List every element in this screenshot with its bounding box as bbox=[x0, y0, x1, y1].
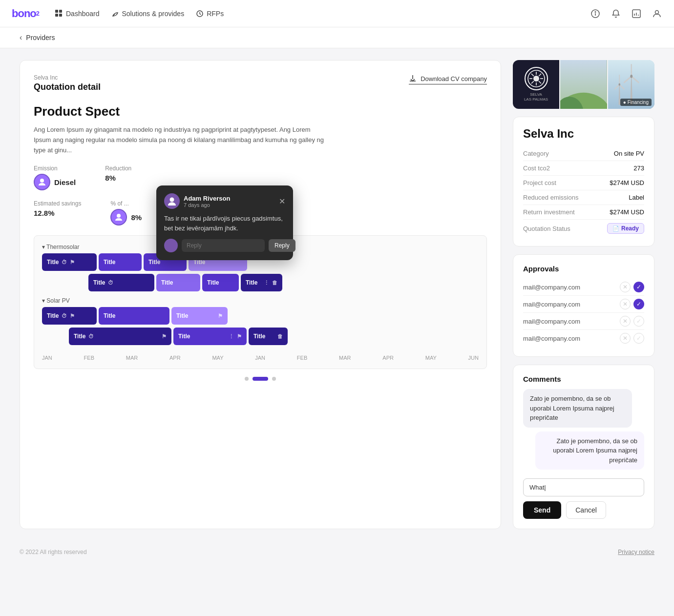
gantt-bar[interactable]: Title 🗑 bbox=[249, 328, 288, 345]
grid-icon bbox=[55, 10, 63, 18]
svg-point-11 bbox=[117, 214, 121, 218]
flag-icon-bar: ⚑ bbox=[70, 313, 75, 319]
clock-icon-bar: ⏱ bbox=[62, 313, 67, 319]
dots-icon: ⋮ bbox=[264, 280, 269, 286]
approval-x-1[interactable]: ✕ bbox=[620, 282, 631, 292]
detail-quotation-status: Quotation Status 📄 Ready bbox=[523, 221, 644, 236]
popup-reply-row: Reply bbox=[164, 239, 285, 252]
gantt-solar-row-1: Title ⏱ ⚑ Title Title ⚑ bbox=[42, 307, 479, 325]
approval-actions-1: ✕ ✓ bbox=[620, 282, 644, 292]
approvals-card: Approvals mail@company.com ✕ ✓ mail@comp… bbox=[513, 254, 654, 357]
popup-user-info: Adam Riverson 7 days ago bbox=[184, 195, 230, 208]
footer: © 2022 All rights reserved Privacy notic… bbox=[0, 541, 674, 563]
product-title: Product Spect bbox=[34, 104, 487, 119]
send-button[interactable]: Send bbox=[523, 501, 561, 519]
popup-reply-input[interactable] bbox=[182, 239, 265, 252]
company-card: Selva Inc Category On site PV Cost tco2 … bbox=[513, 117, 654, 246]
emission-metric: Emission Diesel bbox=[34, 165, 76, 190]
back-button[interactable]: ‹ bbox=[20, 33, 22, 42]
popup-user: Adam Riverson 7 days ago bbox=[164, 193, 230, 209]
nav-rfps[interactable]: RFPs bbox=[196, 10, 224, 18]
pagination bbox=[34, 377, 487, 381]
cancel-button[interactable]: Cancel bbox=[566, 501, 606, 519]
company-logo-circle bbox=[525, 67, 548, 90]
approvals-title: Approvals bbox=[523, 265, 644, 273]
approval-x-4[interactable]: ✕ bbox=[620, 333, 631, 344]
popup-time: 7 days ago bbox=[184, 202, 230, 208]
leaf-icon bbox=[111, 10, 119, 18]
gantt-bar[interactable]: Title ⋮ 🗑 bbox=[241, 274, 282, 291]
approval-check-2[interactable]: ✓ bbox=[633, 299, 644, 309]
pagination-dot-1[interactable] bbox=[245, 377, 249, 381]
approval-actions-2: ✕ ✓ bbox=[620, 299, 644, 309]
svg-rect-3 bbox=[59, 14, 62, 17]
gantt-bar[interactable]: Title ⋮ ⚑ bbox=[173, 328, 247, 345]
popup-reply-button[interactable]: Reply bbox=[269, 239, 295, 252]
logo-text: SELVALAS PALMAS bbox=[524, 92, 548, 103]
flag-icon-bar: ⚑ bbox=[70, 259, 75, 266]
gantt-bar[interactable]: Title bbox=[202, 274, 239, 291]
savings-metric: Estimated savings 12.8% bbox=[34, 200, 81, 226]
detail-reduced-emissions: Reduced emissions Label bbox=[523, 191, 644, 204]
nav-solutions[interactable]: Solutions & provides bbox=[111, 10, 185, 18]
left-panel: Selva Inc Quotation detail Download CV c… bbox=[20, 60, 501, 529]
svg-rect-0 bbox=[55, 10, 58, 13]
svg-point-9 bbox=[655, 10, 659, 14]
gantt-bar[interactable]: Title ⏱ ⚑ bbox=[69, 328, 171, 345]
trash-icon: 🗑 bbox=[277, 333, 283, 339]
solar-pv-label: ▾ Solar PV bbox=[42, 297, 479, 304]
popup-close-button[interactable]: ✕ bbox=[279, 197, 285, 206]
chart-icon[interactable] bbox=[631, 8, 642, 19]
status-badge: 📄 Ready bbox=[607, 223, 644, 234]
svg-point-13 bbox=[533, 76, 539, 82]
right-panel: SELVALAS PALMAS bbox=[513, 60, 654, 529]
windmill-image: ● Financing bbox=[608, 60, 655, 109]
gantt-solar-row-2: Title ⏱ ⚑ Title ⋮ ⚑ Title 🗑 bbox=[42, 328, 479, 345]
product-description: Ang Lorem Ipsum ay ginagamit na modelo n… bbox=[34, 125, 327, 155]
gantt-bar[interactable]: Title bbox=[99, 307, 169, 325]
landscape-image bbox=[560, 60, 607, 109]
clock-icon-bar: ⏱ bbox=[108, 280, 113, 286]
detail-cost-tco2: Cost tco2 273 bbox=[523, 162, 644, 174]
navbar: bono2 Dashboard Solutions & provides RFP… bbox=[0, 0, 674, 27]
approval-x-2[interactable]: ✕ bbox=[620, 299, 631, 309]
svg-rect-1 bbox=[59, 10, 62, 13]
gantt-bar[interactable]: Title ⏱ ⚑ bbox=[42, 307, 97, 325]
clock-icon bbox=[196, 10, 204, 18]
clock-icon-bar: ⏱ bbox=[62, 259, 67, 265]
approval-check-1[interactable]: ✓ bbox=[633, 282, 644, 292]
svg-point-30 bbox=[630, 75, 632, 78]
gantt-thermosolar-row-2: Title ⏱ Title Title Title ⋮ 🗑 bbox=[42, 274, 479, 291]
info-icon[interactable] bbox=[590, 8, 601, 19]
copyright: © 2022 All rights reserved bbox=[20, 549, 87, 555]
comment-input[interactable] bbox=[523, 478, 644, 496]
download-btn[interactable]: Download CV company bbox=[409, 74, 487, 84]
gantt-bar[interactable]: Title ⏱ ⚑ bbox=[42, 253, 97, 271]
gantt-bar[interactable]: Title ⚑ bbox=[171, 307, 228, 325]
gantt-months: JAN FEB MAR APR MAY JAN FEB MAR APR MAY … bbox=[42, 351, 479, 361]
pagination-dot-2[interactable] bbox=[253, 377, 268, 381]
gantt-solar-pv: ▾ Solar PV Title ⏱ ⚑ Title Title ⚑ T bbox=[42, 297, 479, 345]
company-logo-section: SELVALAS PALMAS bbox=[513, 60, 559, 109]
company-images: SELVALAS PALMAS bbox=[513, 60, 654, 109]
user-icon[interactable] bbox=[652, 8, 662, 19]
comment-left-1: Zato je pomembno, da se ob uporabi Lorem… bbox=[523, 389, 632, 428]
nav-dashboard[interactable]: Dashboard bbox=[55, 10, 100, 18]
approval-actions-3: ✕ ✓ bbox=[620, 316, 644, 327]
pagination-dot-3[interactable] bbox=[272, 377, 276, 381]
comment-buttons: Send Cancel bbox=[523, 501, 644, 519]
gantt-bar[interactable]: Title bbox=[156, 274, 200, 291]
privacy-notice[interactable]: Privacy notice bbox=[618, 549, 654, 555]
gantt-bar[interactable]: Title ⏱ bbox=[88, 274, 154, 291]
gantt-bar[interactable]: Title bbox=[99, 253, 142, 271]
flag-icon-bar: ⚑ bbox=[162, 333, 167, 340]
nav-right bbox=[590, 8, 662, 19]
approval-check-3[interactable]: ✓ bbox=[633, 316, 644, 327]
svg-point-35 bbox=[618, 83, 620, 86]
svg-point-10 bbox=[40, 179, 44, 183]
bell-icon[interactable] bbox=[611, 8, 621, 19]
financing-badge: ● Financing bbox=[620, 99, 652, 106]
approval-check-4[interactable]: ✓ bbox=[633, 333, 644, 344]
app-logo[interactable]: bono2 bbox=[12, 7, 40, 20]
approval-x-3[interactable]: ✕ bbox=[620, 316, 631, 327]
